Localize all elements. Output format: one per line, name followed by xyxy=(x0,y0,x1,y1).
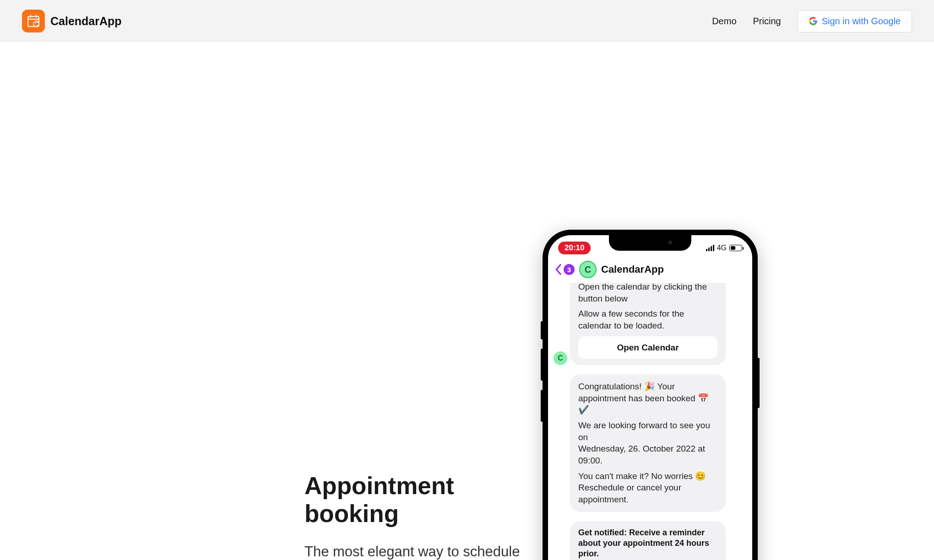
page-title: Appointment booking xyxy=(304,472,524,528)
sign-in-label: Sign in with Google xyxy=(822,16,901,27)
message-group-2: Congratulations! 🎉 Your appointment has … xyxy=(554,374,746,512)
message-group-1: Open the calendar by clicking the button… xyxy=(554,283,746,365)
message-text: We are looking forward to see you on Wed… xyxy=(578,420,717,467)
sign-in-google-button[interactable]: Sign in with Google xyxy=(798,10,912,32)
hero-text-block: Appointment booking The most elegant way… xyxy=(176,79,524,560)
chat-bubble: Open the calendar by clicking the button… xyxy=(570,283,726,365)
phone-notch-icon xyxy=(609,235,691,251)
site-header: CalendarApp Demo Pricing Sign in with Go… xyxy=(0,0,934,42)
message-text: Open the calendar by clicking the button… xyxy=(578,283,717,304)
chat-bubble: Congratulations! 🎉 Your appointment has … xyxy=(570,374,726,512)
message-text: Congratulations! 🎉 Your appointment has … xyxy=(578,381,717,416)
brand-area: CalendarApp xyxy=(22,10,122,32)
chat-body: Open the calendar by clicking the button… xyxy=(548,283,752,560)
hero-subtitle: The most elegant way to schedule appoint… xyxy=(304,543,524,560)
chat-bubble: Get notified: Receive a reminder about y… xyxy=(570,521,726,560)
google-icon xyxy=(809,17,817,25)
hero-section: Appointment booking The most elegant way… xyxy=(0,42,934,560)
message-text: You can't make it? No worries 😊 Reschedu… xyxy=(578,470,717,506)
battery-icon xyxy=(729,245,742,251)
message-avatar: C xyxy=(554,351,567,365)
phone-screen: 20:10 4G 3 C CalendarApp xyxy=(548,235,752,560)
notify-headline: Get notified: Receive a reminder about y… xyxy=(578,528,717,560)
app-logo-icon xyxy=(22,10,45,32)
message-group-3: Get notified: Receive a reminder about y… xyxy=(554,521,746,560)
phone-mockup: 20:10 4G 3 C CalendarApp xyxy=(543,230,758,560)
nav-demo-link[interactable]: Demo xyxy=(712,16,736,27)
nav-pricing-link[interactable]: Pricing xyxy=(753,16,781,27)
phone-frame: 20:10 4G 3 C CalendarApp xyxy=(543,230,758,560)
network-label: 4G xyxy=(717,244,727,252)
chat-avatar[interactable]: C xyxy=(579,261,597,278)
signal-icon xyxy=(706,245,714,251)
chat-header: 3 C CalendarApp xyxy=(548,259,752,283)
open-calendar-button[interactable]: Open Calendar xyxy=(578,336,717,359)
status-time: 20:10 xyxy=(558,242,591,254)
back-chevron-icon[interactable] xyxy=(554,264,562,275)
chat-app-name[interactable]: CalendarApp xyxy=(601,264,664,275)
brand-name: CalendarApp xyxy=(50,15,122,28)
header-nav: Demo Pricing Sign in with Google xyxy=(712,10,912,32)
message-text: Allow a few seconds for the calendar to … xyxy=(578,308,717,331)
unread-badge: 3 xyxy=(564,264,575,275)
status-right: 4G xyxy=(706,244,742,252)
